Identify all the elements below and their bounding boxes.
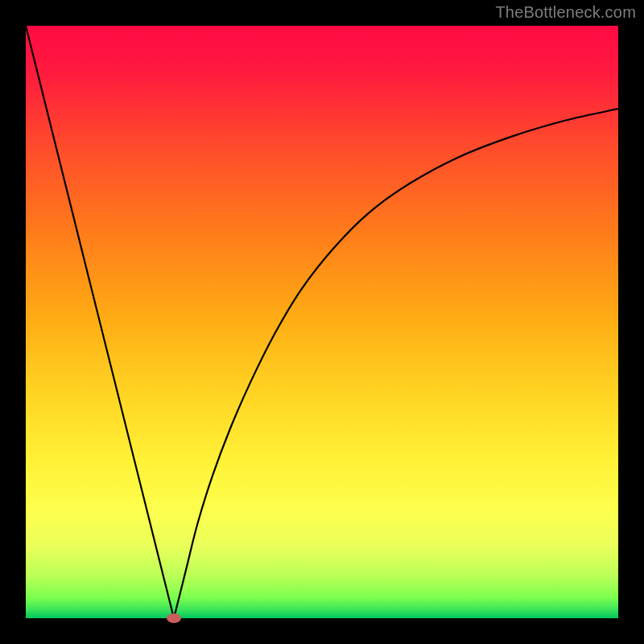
watermark-text: TheBottleneck.com — [495, 3, 636, 22]
plot-area — [26, 26, 618, 618]
curve-path — [26, 26, 618, 618]
chart-frame: TheBottleneck.com — [0, 0, 644, 644]
optimal-point-marker — [167, 613, 181, 623]
bottleneck-curve — [26, 26, 618, 618]
